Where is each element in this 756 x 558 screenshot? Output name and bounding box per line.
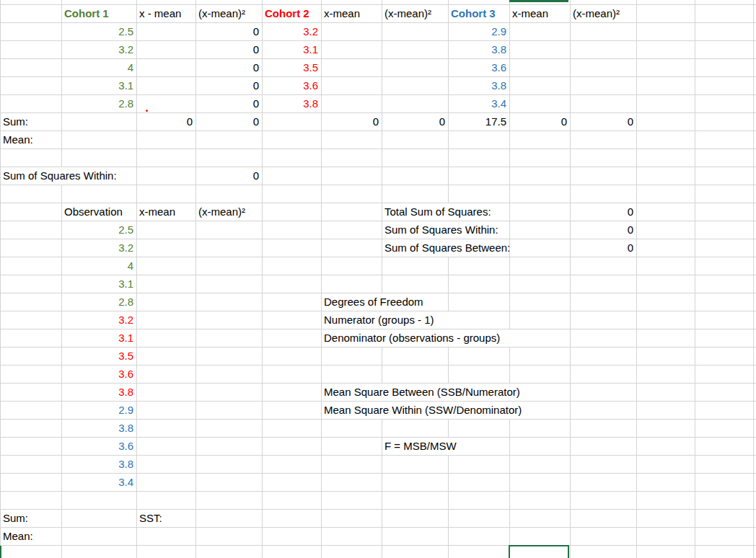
- cell-C5[interactable]: [137, 77, 196, 95]
- cell-J2[interactable]: [571, 23, 637, 41]
- cell-F26[interactable]: [322, 456, 382, 474]
- cell-K31[interactable]: [637, 546, 695, 558]
- cell-F7[interactable]: 0: [322, 113, 382, 131]
- cell-J3[interactable]: [571, 41, 637, 59]
- cell-C4[interactable]: [137, 59, 196, 77]
- cell-L6[interactable]: [695, 95, 754, 113]
- cell-Atop[interactable]: [0, 0, 62, 5]
- cell-A30[interactable]: Mean:: [0, 528, 62, 546]
- cell-E21[interactable]: [263, 366, 322, 384]
- cell-G31[interactable]: [382, 546, 449, 558]
- cell-A2[interactable]: [0, 23, 62, 41]
- cell-A25[interactable]: [0, 438, 62, 456]
- cell-D16[interactable]: [196, 275, 263, 293]
- cell-H30[interactable]: [449, 528, 510, 546]
- cell-G24[interactable]: [382, 420, 449, 438]
- cell-C27[interactable]: [137, 474, 196, 492]
- cell-D25[interactable]: [196, 438, 263, 456]
- cell-B2[interactable]: 2.5: [62, 23, 137, 41]
- cell-I29[interactable]: [510, 510, 571, 528]
- cell-I15[interactable]: [510, 257, 571, 275]
- cell-E30[interactable]: [263, 528, 322, 546]
- cell-E4[interactable]: 3.5: [263, 59, 322, 77]
- cell-J10[interactable]: [571, 167, 637, 185]
- cell-H27[interactable]: [449, 474, 510, 492]
- cell-E9[interactable]: [263, 149, 322, 167]
- cell-I5[interactable]: [510, 77, 571, 95]
- cell-F2[interactable]: [322, 23, 382, 41]
- cell-A15[interactable]: [0, 257, 62, 275]
- cell-K11[interactable]: [637, 185, 695, 203]
- cell-D8[interactable]: [196, 131, 263, 149]
- cell-J7[interactable]: 0: [571, 113, 637, 131]
- cell-A21[interactable]: [0, 366, 62, 384]
- cell-D19[interactable]: [196, 329, 263, 347]
- cell-F5[interactable]: [322, 77, 382, 95]
- cell-G6[interactable]: [382, 95, 449, 113]
- cell-F23[interactable]: Mean Square Within (SSW/Denominator): [322, 402, 571, 420]
- cell-K19[interactable]: [637, 329, 695, 347]
- cell-G7[interactable]: 0: [382, 113, 449, 131]
- cell-H20[interactable]: [449, 347, 510, 366]
- cell-L27[interactable]: [695, 474, 754, 492]
- cell-G8[interactable]: [382, 131, 449, 149]
- cell-G12[interactable]: Total Sum of Squares:: [382, 203, 510, 221]
- cell-I27[interactable]: [510, 474, 571, 492]
- cell-E26[interactable]: [263, 456, 322, 474]
- cell-K6[interactable]: [637, 95, 695, 113]
- cell-C24[interactable]: [137, 420, 196, 438]
- cell-G10[interactable]: [382, 167, 449, 185]
- cell-D14[interactable]: [196, 239, 263, 257]
- cell-E27[interactable]: [263, 474, 322, 492]
- cell-K16[interactable]: [637, 275, 695, 293]
- cell-C9[interactable]: [137, 149, 196, 167]
- cell-L21[interactable]: [695, 366, 754, 384]
- cell-C31[interactable]: [137, 546, 196, 558]
- cell-B31[interactable]: [62, 546, 137, 558]
- cell-E19[interactable]: [263, 329, 322, 347]
- cell-D23[interactable]: [196, 402, 263, 420]
- cell-I4[interactable]: [510, 59, 571, 77]
- cell-I12[interactable]: [510, 203, 571, 221]
- cell-K2[interactable]: [637, 23, 695, 41]
- cell-H4[interactable]: 3.6: [449, 59, 510, 77]
- cell-H9[interactable]: [449, 149, 510, 167]
- cell-D29[interactable]: [196, 510, 263, 528]
- cell-B16[interactable]: 3.1: [62, 275, 137, 293]
- cell-L18[interactable]: [695, 311, 754, 329]
- cell-F24[interactable]: [322, 420, 382, 438]
- cell-B26[interactable]: 3.8: [62, 456, 137, 474]
- cell-L13[interactable]: [695, 221, 754, 239]
- cell-J5[interactable]: [571, 77, 637, 95]
- cell-D2[interactable]: 0: [196, 23, 263, 41]
- cell-F13[interactable]: [322, 221, 382, 239]
- cell-B24[interactable]: 3.8: [62, 420, 137, 438]
- cell-L15[interactable]: [695, 257, 754, 275]
- cell-E3[interactable]: 3.1: [263, 41, 322, 59]
- cell-D17[interactable]: [196, 293, 263, 311]
- cell-K5[interactable]: [637, 77, 695, 95]
- cell-A28[interactable]: [0, 492, 62, 510]
- cell-C22[interactable]: [137, 384, 196, 402]
- cell-F4[interactable]: [322, 59, 382, 77]
- cell-J26[interactable]: [571, 456, 637, 474]
- cell-K29[interactable]: [637, 510, 695, 528]
- cell-A14[interactable]: [0, 239, 62, 257]
- cell-D24[interactable]: [196, 420, 263, 438]
- cell-K23[interactable]: [637, 402, 695, 420]
- cell-Dtop[interactable]: [196, 0, 263, 5]
- cell-I10[interactable]: [510, 167, 571, 185]
- cell-D12[interactable]: (x-mean)²: [196, 203, 263, 221]
- cell-E20[interactable]: [263, 347, 322, 366]
- cell-B12[interactable]: Observation: [62, 203, 137, 221]
- cell-D18[interactable]: [196, 311, 263, 329]
- cell-H1[interactable]: Cohort 3: [449, 5, 510, 23]
- cell-L23[interactable]: [695, 402, 754, 420]
- cell-D5[interactable]: 0: [196, 77, 263, 95]
- cell-K17[interactable]: [637, 293, 695, 311]
- cell-J25[interactable]: [571, 438, 637, 456]
- cell-A9[interactable]: [0, 149, 62, 167]
- cell-F19[interactable]: Denominator (observations - groups): [322, 329, 571, 347]
- cell-C10[interactable]: [137, 167, 196, 185]
- cell-C19[interactable]: [137, 329, 196, 347]
